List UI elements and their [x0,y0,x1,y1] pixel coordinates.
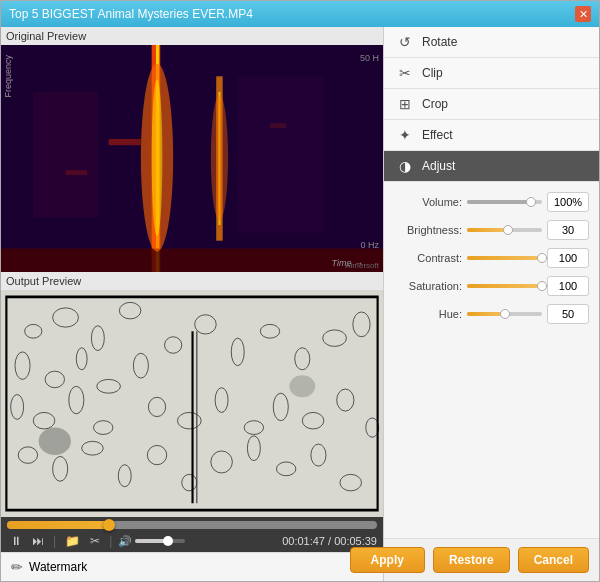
content-area: Original Preview [1,27,599,581]
current-time: 00:01:47 [282,535,325,547]
volume-row: Volume: [394,192,589,212]
time-sep: / [328,535,331,547]
contrast-row: Contrast: [394,248,589,268]
svg-point-58 [39,428,71,456]
hue-label: Hue: [394,308,462,320]
svg-point-14 [211,95,228,220]
contrast-slider-track[interactable] [467,256,542,260]
left-panel: Original Preview [1,27,384,581]
progress-thumb[interactable] [103,519,115,531]
total-time: 00:05:39 [334,535,377,547]
clip-button[interactable]: ✂ [87,534,103,548]
output-preview-label: Output Preview [1,272,383,290]
tool-effect[interactable]: ✦ Effect [384,120,599,151]
adjust-label: Adjust [422,159,455,173]
open-folder-button[interactable]: 📁 [62,534,83,548]
brightness-slider-thumb[interactable] [503,225,513,235]
hz-bottom-label: 0 Hz [360,240,379,250]
svg-point-59 [289,375,315,397]
next-frame-button[interactable]: ⏭ [29,534,47,548]
rotate-icon: ↺ [396,34,414,50]
brightness-label: Brightness: [394,224,462,236]
saturation-label: Saturation: [394,280,462,292]
separator-1: | [53,534,56,548]
volume-slider-track[interactable] [467,200,542,204]
volume-slider-thumb[interactable] [526,197,536,207]
bottom-bar: Apply Restore Cancel [384,538,599,581]
playback-controls: ⏸ ⏭ | 📁 ✂ | 🔊 00:01:47 [7,534,377,548]
tool-crop[interactable]: ⊞ Crop [384,89,599,120]
progress-bar-container[interactable] [7,521,377,529]
restore-button[interactable]: Restore [433,547,510,573]
brightness-slider-fill [467,228,508,232]
watermark-text: Aimersoft [345,261,379,270]
volume-slider-fill [467,200,531,204]
contrast-value-input[interactable] [547,248,589,268]
contrast-slider-fill [467,256,542,260]
output-preview [1,290,383,517]
tool-clip[interactable]: ✂ Clip [384,58,599,89]
tool-adjust[interactable]: ◑ Adjust [384,151,599,182]
playback-area: ⏸ ⏭ | 📁 ✂ | 🔊 00:01:47 [1,517,383,552]
volume-fill [135,539,165,543]
effect-label: Effect [422,128,452,142]
volume-label: Volume: [394,196,462,208]
effect-icon: ✦ [396,127,414,143]
volume-control[interactable]: 🔊 [118,535,185,548]
saturation-value-input[interactable] [547,276,589,296]
hue-row: Hue: [394,304,589,324]
apply-button[interactable]: Apply [350,547,425,573]
title-bar: Top 5 BIGGEST Animal Mysteries EVER.MP4 … [1,1,599,27]
contrast-slider-thumb[interactable] [537,253,547,263]
tool-menu: ↺ Rotate ✂ Clip ⊞ Crop ✦ Effect ◑ [384,27,599,182]
original-preview-section: Original Preview [1,27,383,272]
volume-value-input[interactable] [547,192,589,212]
main-window: Top 5 BIGGEST Animal Mysteries EVER.MP4 … [0,0,600,582]
watermark-label: Watermark [29,560,87,574]
rotate-label: Rotate [422,35,457,49]
window-title: Top 5 BIGGEST Animal Mysteries EVER.MP4 [9,7,253,21]
hz-top-label: 50 H [360,53,379,63]
hue-slider-track[interactable] [467,312,542,316]
output-preview-section: Output Preview [1,272,383,517]
watermark-bar[interactable]: ✏ Watermark [1,552,383,581]
hue-value-input[interactable] [547,304,589,324]
adjust-icon: ◑ [396,158,414,174]
brightness-row: Brightness: [394,220,589,240]
contrast-label: Contrast: [394,252,462,264]
freq-axis-label: Frequency [3,55,13,98]
saturation-row: Saturation: [394,276,589,296]
separator-2: | [109,534,112,548]
crop-label: Crop [422,97,448,111]
tool-rotate[interactable]: ↺ Rotate [384,27,599,58]
original-preview: Frequency 50 H 0 Hz Time → Aimersoft [1,45,383,272]
svg-point-13 [152,79,163,236]
saturation-slider-track[interactable] [467,284,542,288]
play-pause-button[interactable]: ⏸ [7,534,25,548]
svg-rect-9 [1,249,383,272]
brightness-slider-track[interactable] [467,228,542,232]
svg-rect-10 [33,92,98,217]
saturation-slider-fill [467,284,542,288]
crop-icon: ⊞ [396,96,414,112]
volume-thumb[interactable] [163,536,173,546]
volume-track[interactable] [135,539,185,543]
adjust-panel: Volume: Brightness: [384,182,599,538]
clip-label: Clip [422,66,443,80]
svg-rect-6 [109,139,141,145]
watermark-icon: ✏ [11,559,23,575]
close-button[interactable]: ✕ [575,6,591,22]
progress-fill [7,521,111,529]
saturation-slider-thumb[interactable] [537,281,547,291]
brightness-value-input[interactable] [547,220,589,240]
clip-icon: ✂ [396,65,414,81]
cancel-button[interactable]: Cancel [518,547,589,573]
hue-slider-thumb[interactable] [500,309,510,319]
time-display: 00:01:47 / 00:05:39 [282,535,377,547]
volume-icon: 🔊 [118,535,132,548]
original-preview-label: Original Preview [1,27,383,45]
svg-rect-11 [238,76,324,233]
right-panel: ↺ Rotate ✂ Clip ⊞ Crop ✦ Effect ◑ [384,27,599,581]
